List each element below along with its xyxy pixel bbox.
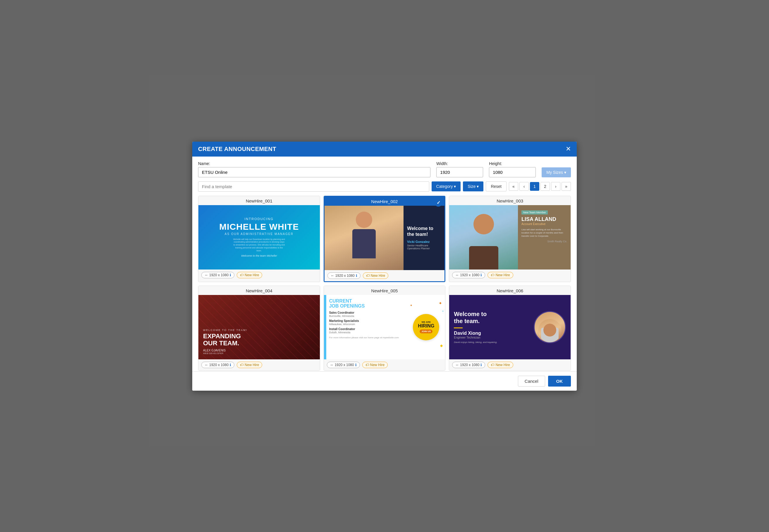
tag-value-2: New Hire [371, 274, 385, 278]
modal-title: CREATE ANNOUNCEMENT [198, 146, 276, 152]
category-button[interactable]: Category ▾ [432, 181, 461, 191]
close-button[interactable]: ✕ [566, 146, 571, 152]
nh1-desc: Michelle will help our Downtown location… [233, 238, 285, 252]
nh4-bg: WELCOME TO THE TEAM! EXPANDING OUR TEAM.… [198, 295, 320, 359]
nh3-person-head [473, 214, 494, 234]
search-input[interactable] [198, 181, 429, 192]
template-title-4: NewHire_004 [198, 286, 320, 295]
template-card-newhire-001[interactable]: NewHire_001 INTRODUCING MICHELLE WHITE A… [198, 196, 320, 282]
dim-value-2: 1920 x 1080 [335, 274, 355, 278]
page-2-button[interactable]: 2 [540, 182, 550, 191]
nh2-welcome: Welcome to the team! [407, 226, 441, 237]
nh6-role: Engineer Technician [454, 336, 531, 339]
resize-icon-6: ↔ [455, 363, 459, 367]
cancel-button[interactable]: Cancel [518, 376, 545, 387]
tag-value-1: New Hire [245, 273, 259, 277]
width-label: Width: [436, 161, 483, 166]
page-1-button[interactable]: 1 [530, 182, 539, 191]
tag-icon-6: 🏷 [491, 363, 494, 367]
template-card-newhire-004[interactable]: NewHire_004 WELCOME TO THE TEAM! EXPANDI… [198, 286, 320, 371]
nh1-role: AS OUR ADMINISTRATIVE MANAGER [225, 232, 293, 236]
nh6-divider [454, 327, 463, 328]
hiring-text: HIRING [418, 323, 434, 329]
info-icon-1: ℹ [230, 273, 231, 277]
nh1-intro: INTRODUCING [245, 217, 274, 221]
nh3-name: LISA ALLAND [521, 216, 567, 222]
template-title-1: NewHire_001 [198, 196, 320, 205]
filter-row: Category ▾ Size ▾ Reset « ‹ 1 2 › » [198, 181, 571, 192]
resize-icon-4: ↔ [205, 363, 208, 367]
template-card-newhire-003[interactable]: NewHire_003 New Team Member LISA ALLAND [449, 196, 571, 282]
tag-badge-6: 🏷 New Hire [488, 362, 513, 368]
tag-badge-4: 🏷 New Hire [237, 362, 262, 368]
info-icon-2: ℹ [356, 274, 357, 278]
prev-page-button[interactable]: ‹ [519, 182, 529, 191]
modal-header: CREATE ANNOUNCEMENT ✕ [192, 142, 577, 157]
join-text: JOIN US [420, 330, 432, 333]
dim-value-6: 1920 x 1080 [460, 363, 479, 367]
template-footer-4: ↔ 1920 x 1080 ℹ 🏷 New Hire [198, 359, 320, 370]
tag-badge-5: 🏷 New Hire [362, 362, 388, 368]
name-input[interactable] [198, 167, 430, 177]
nh5-footer: For more information please visit our ho… [329, 336, 404, 339]
hiring-circle: WE ARE HIRING JOIN US [413, 314, 439, 340]
tag-value-5: New Hire [370, 363, 385, 367]
nh6-photo [534, 311, 566, 343]
template-title-2: NewHire_002 [325, 197, 445, 206]
nh5-job2: Marketing Specialists [329, 319, 404, 322]
pagination: « ‹ 1 2 › » [509, 182, 571, 191]
template-card-newhire-002[interactable]: NewHire_002 [324, 196, 446, 282]
resize-icon-5: ↔ [330, 363, 334, 367]
tag-icon-3: 🏷 [491, 273, 494, 277]
nh5-hiring-area: ✦ + ◆ ✦ WE ARE HIRING JOIN US [407, 295, 445, 359]
dim-badge-6: ↔ 1920 x 1080 ℹ [452, 362, 485, 368]
template-card-newhire-006[interactable]: NewHire_006 Welcome to the team. David X… [449, 286, 571, 371]
tag-value-3: New Hire [495, 273, 510, 277]
last-page-button[interactable]: » [562, 182, 571, 191]
width-input[interactable] [436, 167, 483, 177]
resize-icon-2: ↔ [331, 274, 334, 278]
template-footer-3: ↔ 1920 x 1080 ℹ 🏷 New Hire [449, 270, 571, 281]
dim-value-5: 1920 x 1080 [335, 363, 354, 367]
nh6-text-area: Welcome to the team. David Xiong Enginee… [454, 310, 531, 344]
nh5-job1: Sales Coordinator [329, 311, 404, 314]
nh3-text-area: New Team Member LISA ALLAND Account Exec… [518, 205, 571, 270]
nh4-content: WELCOME TO THE TEAM! EXPANDING OUR TEAM.… [203, 329, 247, 354]
nh1-welcome: Welcome to the team Michelle! [241, 254, 277, 257]
nh5-loc1: Burnsville, Minnesota [329, 315, 404, 318]
template-footer-2: ↔ 1920 x 1080 ℹ 🏷 New Hire [325, 270, 445, 281]
ok-button[interactable]: OK [548, 376, 571, 387]
reset-button[interactable]: Reset [486, 181, 507, 191]
height-input[interactable] [489, 167, 536, 177]
nh6-name: David Xiong [454, 331, 531, 336]
we-are-text: WE ARE [421, 321, 431, 323]
tag-icon-1: 🏷 [240, 273, 243, 277]
next-page-button[interactable]: › [551, 182, 560, 191]
template-title-3: NewHire_003 [449, 196, 571, 205]
first-page-button[interactable]: « [509, 182, 518, 191]
size-button[interactable]: Size ▾ [463, 181, 483, 191]
nh2-person-bg [325, 206, 404, 270]
nh3-new-member: New Team Member [521, 210, 548, 214]
nh6-welcome: Welcome to the team. [454, 310, 531, 325]
dim-badge-3: ↔ 1920 x 1080 ℹ [452, 272, 485, 278]
info-icon-3: ℹ [480, 273, 482, 277]
templates-grid: NewHire_001 INTRODUCING MICHELLE WHITE A… [198, 196, 571, 371]
tag-icon-5: 🏷 [365, 363, 369, 367]
nh2-role: Senior Healthcare Operations Planner [407, 244, 441, 250]
my-sizes-button[interactable]: My Sizes ▾ [542, 167, 571, 177]
dim-badge-4: ↔ 1920 x 1080 ℹ [201, 362, 234, 368]
nh2-photo [325, 206, 404, 270]
dim-badge-1: ↔ 1920 x 1080 ℹ [201, 272, 234, 278]
nh3-desc: Lisa will start working at our Burnsvill… [521, 228, 567, 238]
info-icon-4: ℹ [230, 363, 231, 367]
person-body-2 [352, 229, 376, 258]
height-group: Height: [489, 161, 536, 177]
nh2-name: Vicki Gonzalez [407, 240, 441, 243]
name-label: Name: [198, 161, 430, 166]
name-group: Name: [198, 161, 430, 177]
template-preview-1: INTRODUCING MICHELLE WHITE AS OUR ADMINI… [198, 205, 320, 270]
nh4-person-role: WEB DEVELOPER [203, 352, 247, 355]
template-card-newhire-005[interactable]: NewHire_005 CURRENT JOB OPENINGS Sales C… [324, 286, 446, 371]
template-preview-2: Welcome to the team! Vicki Gonzalez Seni… [325, 206, 445, 270]
